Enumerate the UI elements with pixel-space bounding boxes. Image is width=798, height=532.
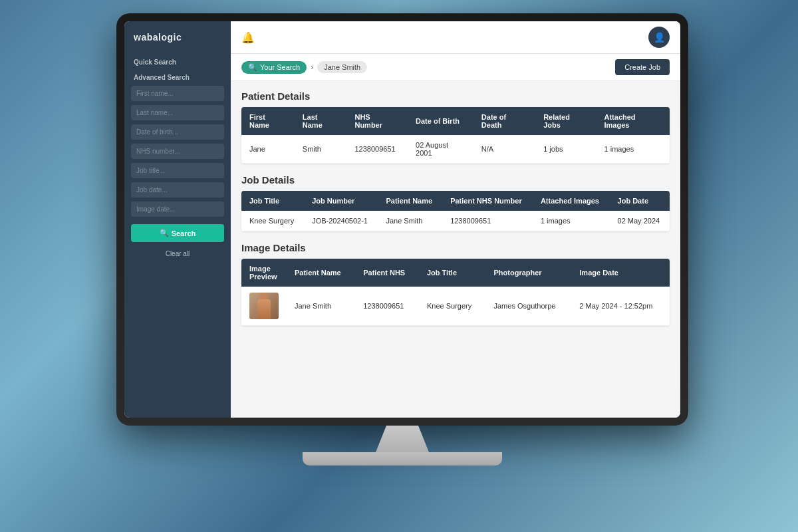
patient-details-title: Patient Details [241,90,670,102]
search-button-label: Search [172,229,196,237]
monitor-stand [116,426,688,466]
image-preview-cell [241,287,287,326]
image-thumbnail [249,293,279,319]
image-date-cell: 2 May 2024 - 12:52pm [571,287,670,326]
last-name-input[interactable] [131,105,224,120]
create-job-button[interactable]: Create Job [615,59,670,75]
col-dob: Date of Birth [408,107,473,135]
col-last-name: Last Name [295,107,347,135]
thumb-body [257,299,271,319]
job-attached-images: 1 images [533,211,610,231]
patient-row: Jane Smith 1238009651 02 August 2001 N/A… [241,135,670,164]
first-name-input[interactable] [131,86,224,101]
col-job-title: Job Title [241,191,304,211]
image-table: Image Preview Patient Name Patient NHS J… [241,259,670,326]
image-patient-name[interactable]: Jane Smith [287,287,355,326]
col-attached-img: Attached Images [533,191,610,211]
search-icon-small: 🔍 [248,63,257,72]
job-details-title: Job Details [241,174,670,186]
col-first-name: First Name [241,107,295,135]
avatar[interactable]: 👤 [648,27,670,48]
image-photographer: James Osguthorpe [486,287,572,326]
stand-neck [376,426,429,452]
top-bar: 🔔 👤 [231,21,680,54]
col-related-jobs: Related Jobs [535,107,596,135]
stand-base [303,452,502,466]
patient-dob: 02 August 2001 [408,135,473,164]
col-nhs: NHS Number [346,107,408,135]
content-area: Patient Details First Name Last Name NHS… [231,81,680,418]
monitor: wabalogic Quick Search Advanced Search 🔍… [116,13,688,426]
job-patient-nhs: 1238009651 [442,211,533,231]
patient-nhs: 1238009651 [346,135,408,164]
job-table: Job Title Job Number Patient Name Patien… [241,191,670,231]
col-image-date: Image Date [571,259,670,287]
image-patient-nhs[interactable]: 1238009651 [355,287,419,326]
advanced-search-label: Advanced Search [124,68,231,84]
breadcrumb-search[interactable]: 🔍 Your Search [241,61,307,74]
patient-attached-images: 1 images [597,135,670,164]
breadcrumb-search-label: Your Search [260,63,300,71]
job-date-input[interactable] [131,182,224,198]
breadcrumb-bar: 🔍 Your Search › Jane Smith Create Job [231,54,680,81]
screen: wabalogic Quick Search Advanced Search 🔍… [124,21,680,418]
main-content: 🔔 👤 🔍 Your Search › Jane Smith Create Jo… [231,21,680,418]
patient-first-name: Jane [241,135,295,164]
job-details-section: Job Details Job Title Job Number Patient… [241,174,670,231]
col-image-job: Job Title [419,259,486,287]
nhs-number-input[interactable] [131,144,224,159]
image-job-title: Knee Surgery [419,287,486,326]
search-button[interactable]: 🔍 Search [131,224,224,242]
col-image-preview: Image Preview [241,259,287,287]
col-image-patient: Patient Name [287,259,355,287]
breadcrumb-patient[interactable]: Jane Smith [317,61,367,73]
col-image-nhs: Patient NHS [355,259,419,287]
sidebar: wabalogic Quick Search Advanced Search 🔍… [124,21,231,418]
patient-dod: N/A [473,135,535,164]
quick-search-label: Quick Search [124,53,231,68]
image-details-section: Image Details Image Preview Patient Name… [241,242,670,326]
app-container: wabalogic Quick Search Advanced Search 🔍… [124,21,680,418]
image-row: Jane Smith 1238009651 Knee Surgery James… [241,287,670,326]
clear-button[interactable]: Clear all [131,246,224,261]
patient-details-section: Patient Details First Name Last Name NHS… [241,90,670,164]
col-attached-images: Attached Images [597,107,670,135]
col-photographer: Photographer [486,259,572,287]
patient-table: First Name Last Name NHS Number Date of … [241,107,670,164]
job-number-cell: JOB-20240502-1 [304,211,378,231]
job-title-cell: Knee Surgery [241,211,304,231]
col-dod: Date of Death [473,107,535,135]
image-date-input[interactable] [131,201,224,217]
job-row: Knee Surgery JOB-20240502-1 Jane Smith 1… [241,211,670,231]
patient-related-jobs: 1 jobs [535,135,596,164]
job-patient-name[interactable]: Jane Smith [378,211,442,231]
bell-icon[interactable]: 🔔 [241,31,255,44]
app-logo: wabalogic [124,32,231,53]
col-job-number: Job Number [304,191,378,211]
avatar-icon: 👤 [654,32,665,43]
breadcrumb-arrow: › [311,63,313,72]
job-title-input[interactable] [131,163,224,178]
image-details-title: Image Details [241,242,670,253]
patient-last-name: Smith [295,135,347,164]
col-patient-nhs: Patient NHS Number [442,191,533,211]
search-icon: 🔍 [160,229,169,237]
job-date-cell: 02 May 2024 [610,211,670,231]
dob-input[interactable] [131,124,224,140]
col-job-date: Job Date [610,191,670,211]
col-patient-name: Patient Name [378,191,442,211]
